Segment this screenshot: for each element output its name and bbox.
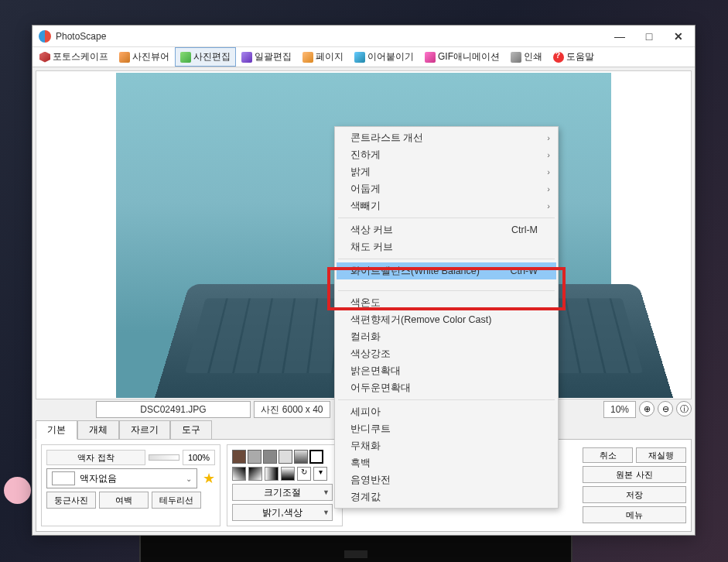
menu-dark-expand[interactable]: 어두운면확대 (337, 379, 556, 396)
photoscape-icon (39, 52, 50, 63)
tab-crop[interactable]: 자르기 (119, 420, 170, 440)
favorite-icon[interactable]: ★ (203, 470, 215, 487)
menu-brighten[interactable]: 밝게› (337, 163, 556, 180)
preset-swatch-3[interactable] (263, 450, 277, 464)
help-icon (553, 52, 564, 63)
menu-bright-expand[interactable]: 밝은면확대 (337, 362, 556, 379)
image-size-label: 사진 6000 x 40 (254, 401, 330, 418)
menu-obscured-item[interactable] (337, 279, 556, 287)
close-button[interactable]: ✕ (664, 26, 693, 47)
print-icon (511, 52, 521, 63)
frame-adhesion-button[interactable]: 액자 접착 (46, 450, 145, 465)
menu-threshold[interactable]: 경계값 (337, 488, 556, 505)
preset-swatch-2[interactable] (248, 450, 261, 464)
zoom-value: 10% (603, 401, 636, 418)
zoom-out-button[interactable]: ⊖ (658, 401, 673, 416)
rotate-ccw-icon[interactable] (232, 467, 246, 481)
shortcut-label: Ctrl-M (511, 224, 538, 235)
tab-gif[interactable]: GIF애니메이션 (419, 47, 505, 67)
chevron-down-icon: ▼ (323, 509, 330, 516)
shortcut-label: Ctrl-W (511, 266, 538, 276)
menu-bandicoot[interactable]: 반디쿠트 (337, 420, 556, 437)
original-photo-button[interactable]: 원본 사진 (583, 466, 686, 483)
flip-h-icon[interactable] (265, 467, 279, 481)
frame-select-value: 액자없음 (80, 472, 117, 485)
menu-separator (338, 399, 555, 400)
app-icon (39, 30, 51, 43)
menu-separator (338, 290, 555, 291)
rotate-free-icon[interactable]: ↻ (297, 467, 311, 481)
frame-percent: 100% (183, 450, 215, 465)
tab-combine[interactable]: 이어붙이기 (349, 47, 419, 67)
menu-colorize[interactable]: 컬러화 (337, 328, 556, 345)
menu-desaturate[interactable]: 색빼기› (337, 197, 556, 214)
border-line-button[interactable]: 테두리선 (152, 492, 201, 509)
batch-icon (241, 52, 252, 63)
rotate-cw-icon[interactable] (248, 467, 262, 481)
page-icon (302, 52, 313, 63)
menu-sepia[interactable]: 세피아 (337, 403, 556, 420)
brightness-color-context-menu: 콘트라스트 개선› 진하게› 밝게› 어둡게› 색빼기› 색상 커브Ctrl-M… (334, 126, 559, 509)
zoom-in-button[interactable]: ⊕ (639, 401, 655, 416)
tab-object[interactable]: 개체 (77, 420, 119, 440)
gif-icon (425, 52, 436, 63)
menu-color-curve[interactable]: 색상 커브Ctrl-M (337, 221, 556, 238)
minimize-button[interactable]: — (605, 26, 634, 47)
tab-editor[interactable]: 사진편집 (175, 47, 236, 67)
undo-button[interactable]: 취소 (583, 447, 633, 463)
frame-slider[interactable] (149, 454, 179, 461)
menu-remove-color-cast[interactable]: 색편향제거(Remove Color Cast) (337, 311, 556, 328)
tab-tools[interactable]: 도구 (170, 420, 212, 440)
rotate-menu-icon[interactable]: ▾ (313, 467, 327, 481)
menu-temperature[interactable]: 색온도 (337, 294, 556, 311)
window-title: PhotoScape (56, 31, 605, 42)
zoom-fit-button[interactable]: ⓘ (676, 401, 692, 416)
tab-page[interactable]: 페이지 (297, 47, 349, 67)
round-photo-button[interactable]: 둥근사진 (46, 492, 96, 509)
menu-deepen[interactable]: 진하게› (337, 146, 556, 163)
menu-black-white[interactable]: 흑백 (337, 454, 556, 471)
action-buttons: 취소 재실행 원본 사진 저장 메뉴 (583, 444, 686, 526)
tab-print[interactable]: 인쇄 (505, 47, 548, 67)
menu-color-enhance[interactable]: 색상강조 (337, 345, 556, 362)
filename-label: DSC02491.JPG (96, 401, 251, 418)
menu-separator (338, 259, 555, 259)
preset-swatch-4[interactable] (279, 450, 292, 464)
margin-button[interactable]: 여백 (99, 492, 149, 509)
tab-help[interactable]: 도움말 (548, 47, 600, 67)
resize-button[interactable]: 크기조절▼ (232, 484, 333, 501)
menu-saturation-curve[interactable]: 채도 커브 (337, 238, 556, 255)
tab-basic[interactable]: 기본 (36, 420, 77, 440)
maximize-button[interactable]: □ (634, 26, 664, 47)
preset-swatch-6[interactable] (309, 450, 323, 464)
chevron-down-icon: ▼ (323, 488, 330, 496)
tab-viewer[interactable]: 사진뷰어 (114, 47, 175, 67)
frame-swatch-icon (52, 471, 75, 485)
menu-contrast-enhance[interactable]: 콘트라스트 개선› (337, 129, 556, 146)
main-toolbar: 포토스케이프 사진뷰어 사진편집 일괄편집 페이지 이어붙이기 GIF애니메이션… (32, 47, 695, 67)
preset-swatches (232, 450, 337, 464)
menu-separator (338, 218, 555, 218)
tab-batch[interactable]: 일괄편집 (236, 47, 297, 67)
preset-swatch-5[interactable] (294, 450, 308, 464)
combine-icon (354, 52, 365, 63)
brightness-color-button[interactable]: 밝기,색상▼ (232, 504, 333, 521)
menu-achromatic[interactable]: 무채화 (337, 437, 556, 454)
frame-group: 액자 접착 100% 액자없음 ⌄ ★ 둥근사진 여백 테두리선 (41, 444, 220, 526)
redo-button[interactable]: 재실행 (636, 447, 686, 463)
chevron-right-icon: › (547, 167, 550, 176)
menu-darken[interactable]: 어둡게› (337, 180, 556, 197)
menu-invert[interactable]: 음영반전 (337, 471, 556, 488)
desktop-monitor-decoration (139, 531, 572, 562)
tab-photoscape[interactable]: 포토스케이프 (34, 47, 114, 67)
chevron-right-icon: › (547, 133, 550, 142)
menu-white-balance[interactable]: 화이트밸런스(White Balance)Ctrl-W (337, 262, 556, 279)
save-button[interactable]: 저장 (583, 486, 686, 503)
frame-select[interactable]: 액자없음 ⌄ (46, 468, 197, 488)
chevron-right-icon: › (547, 201, 550, 211)
flip-v-icon[interactable] (281, 467, 295, 481)
editor-icon (180, 52, 191, 63)
chevron-right-icon: › (547, 184, 550, 194)
preset-swatch-1[interactable] (232, 450, 246, 464)
menu-button[interactable]: 메뉴 (583, 506, 686, 523)
